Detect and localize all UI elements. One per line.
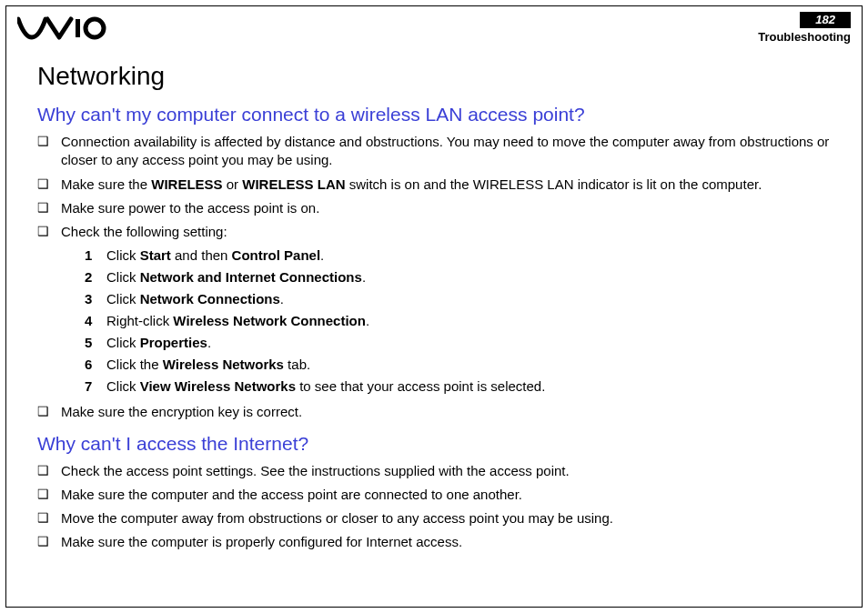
step-item: 4Right-click Wireless Network Connection… <box>85 310 831 332</box>
step-number: 3 <box>85 288 106 310</box>
text: switch is on and the WIRELESS LAN indica… <box>346 176 762 192</box>
list-item: Move the computer away from obstructions… <box>37 509 831 528</box>
text: Right-click <box>106 313 173 328</box>
text: Check the following setting: <box>61 224 227 239</box>
prev-page-icon[interactable] <box>800 12 812 28</box>
question-2-list: Check the access point settings. See the… <box>37 462 831 552</box>
bold-text: Network Connections <box>140 291 280 306</box>
list-item: Check the following setting: 1Click Star… <box>37 223 831 397</box>
text: Make sure the <box>61 176 151 192</box>
text: Click <box>106 378 140 394</box>
page-content: Networking Why can't my computer connect… <box>6 44 862 552</box>
vaio-logo-svg <box>17 15 108 41</box>
step-item: 2Click Network and Internet Connections. <box>85 266 831 288</box>
text: or <box>223 176 243 192</box>
text: and then <box>171 247 232 263</box>
step-number: 2 <box>85 266 106 288</box>
next-page-icon[interactable] <box>838 12 851 28</box>
text: tab. <box>284 357 310 372</box>
section-label: Troubleshooting <box>758 30 851 44</box>
text: . <box>366 313 369 328</box>
vaio-logo <box>17 12 108 41</box>
text: Click <box>106 269 140 285</box>
text: Click <box>106 335 140 350</box>
steps-list: 1Click Start and then Control Panel. 2Cl… <box>61 245 831 397</box>
text: to see that your access point is selecte… <box>296 378 545 394</box>
text: Click the <box>106 357 163 372</box>
page-title: Networking <box>37 62 831 91</box>
question-1-list: Connection availability is affected by d… <box>37 133 831 422</box>
page-header: 182 Troubleshooting <box>6 6 862 44</box>
question-1-heading: Why can't my computer connect to a wirel… <box>37 104 831 126</box>
step-number: 4 <box>85 310 106 332</box>
page-number-nav[interactable]: 182 <box>800 12 851 28</box>
step-item: 3Click Network Connections. <box>85 288 831 310</box>
text: . <box>207 335 211 350</box>
bold-text: View Wireless Networks <box>140 378 296 394</box>
step-number: 1 <box>85 245 106 266</box>
list-item: Make sure the encryption key is correct. <box>37 403 831 421</box>
bold-text: WIRELESS <box>151 176 222 192</box>
list-item: Connection availability is affected by d… <box>37 133 831 170</box>
question-2-heading: Why can't I access the Internet? <box>37 433 831 455</box>
bold-text: Control Panel <box>232 247 321 263</box>
text: Click <box>106 247 140 263</box>
step-item: 5Click Properties. <box>85 332 831 354</box>
text: Click <box>106 291 140 306</box>
page-number: 182 <box>812 12 839 28</box>
step-item: 6Click the Wireless Networks tab. <box>85 354 831 376</box>
step-number: 7 <box>85 376 106 397</box>
step-number: 6 <box>85 354 106 376</box>
text: . <box>320 247 324 263</box>
bold-text: Start <box>140 247 171 263</box>
step-number: 5 <box>85 332 106 354</box>
list-item: Make sure the WIRELESS or WIRELESS LAN s… <box>37 176 831 194</box>
list-item: Make sure power to the access point is o… <box>37 199 831 217</box>
page-navigator: 182 Troubleshooting <box>758 12 851 44</box>
bold-text: Properties <box>140 335 207 350</box>
list-item: Make sure the computer is properly confi… <box>37 533 831 551</box>
step-item: 1Click Start and then Control Panel. <box>85 245 831 266</box>
list-item: Make sure the computer and the access po… <box>37 486 831 504</box>
svg-point-1 <box>86 19 104 37</box>
list-item: Check the access point settings. See the… <box>37 462 831 480</box>
document-page: 182 Troubleshooting Networking Why can't… <box>5 5 863 608</box>
text: . <box>280 291 284 306</box>
step-item: 7Click View Wireless Networks to see tha… <box>85 376 831 397</box>
bold-text: Wireless Networks <box>163 357 284 372</box>
svg-rect-0 <box>76 19 80 37</box>
bold-text: Wireless Network Connection <box>173 313 366 328</box>
bold-text: Network and Internet Connections <box>140 269 362 285</box>
text: . <box>362 269 366 285</box>
bold-text: WIRELESS LAN <box>242 176 345 192</box>
